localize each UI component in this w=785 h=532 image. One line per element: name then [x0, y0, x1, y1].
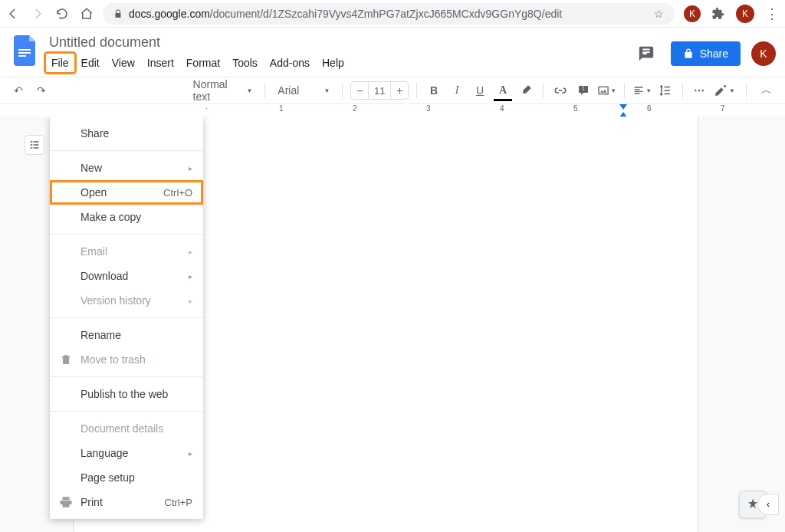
italic-button[interactable]: I	[448, 81, 466, 100]
menu-item-move-to-trash[interactable]: Move to trash	[50, 347, 203, 372]
comments-button[interactable]	[632, 40, 660, 67]
docs-header: Untitled document File Edit View Insert …	[0, 28, 785, 72]
toolbar: ↶ ↷ Normal text▼ Arial▼ − 11 + B I U A ▼…	[0, 77, 785, 104]
menu-addons[interactable]: Add-ons	[264, 54, 315, 72]
insert-link-button[interactable]	[551, 81, 570, 100]
menu-insert[interactable]: Insert	[142, 54, 179, 72]
horizontal-ruler[interactable]: · 1 2 3 4 5 6 7	[46, 104, 739, 117]
editing-mode-button[interactable]: ▼	[714, 81, 735, 100]
document-title[interactable]: Untitled document	[46, 32, 632, 52]
docs-logo[interactable]	[12, 37, 40, 64]
line-spacing-button[interactable]	[656, 81, 675, 100]
menu-item-version-history[interactable]: Version history▸	[50, 288, 203, 313]
menu-item-doc-details[interactable]: Document details	[50, 416, 203, 441]
svg-rect-1	[18, 52, 31, 54]
star-icon[interactable]: ☆	[654, 8, 664, 20]
menu-view[interactable]: View	[107, 54, 140, 72]
print-icon	[59, 495, 73, 509]
kebab-menu-icon[interactable]: ⋮	[765, 5, 779, 22]
menu-item-make-copy[interactable]: Make a copy	[50, 205, 203, 229]
show-outline-button[interactable]	[25, 135, 44, 155]
document-canvas: Share New▸ OpenCtrl+O Make a copy Email▸…	[0, 117, 785, 532]
file-menu-dropdown: Share New▸ OpenCtrl+O Make a copy Email▸…	[50, 117, 203, 519]
browser-nav	[6, 7, 94, 21]
font-size-control: − 11 +	[350, 81, 409, 100]
menu-item-share[interactable]: Share	[50, 121, 203, 146]
menu-item-download[interactable]: Download▸	[50, 264, 203, 288]
trash-icon	[59, 353, 73, 366]
menu-file[interactable]: File	[46, 54, 74, 72]
menu-item-open[interactable]: OpenCtrl+O	[50, 180, 203, 205]
menubar: File Edit View Insert Format Tools Add-o…	[46, 54, 632, 72]
bold-button[interactable]: B	[425, 81, 443, 100]
profile-avatar-docs[interactable]: K	[751, 41, 776, 66]
undo-button[interactable]: ↶	[9, 81, 28, 100]
font-family-dropdown[interactable]: Arial▼	[273, 84, 334, 97]
svg-rect-3	[599, 87, 608, 94]
back-icon[interactable]	[6, 7, 20, 21]
address-bar[interactable]: docs.google.com/document/d/1ZSzcahi79Vyv…	[103, 3, 675, 25]
insert-comment-button[interactable]	[574, 81, 593, 100]
url-text: docs.google.com/document/d/1ZSzcahi79Vyv…	[129, 8, 562, 20]
menu-item-new[interactable]: New▸	[50, 156, 203, 180]
highlight-button[interactable]	[517, 81, 535, 100]
redo-button[interactable]: ↷	[32, 81, 51, 100]
menu-edit[interactable]: Edit	[76, 54, 105, 72]
forward-icon[interactable]	[31, 7, 44, 21]
svg-rect-0	[18, 49, 31, 51]
more-tools-button[interactable]: ⋯	[691, 81, 709, 100]
underline-button[interactable]: U	[471, 81, 489, 100]
svg-rect-2	[18, 55, 26, 57]
menu-item-language[interactable]: Language▸	[50, 441, 203, 465]
share-label: Share	[700, 48, 728, 60]
menu-item-email[interactable]: Email▸	[50, 239, 203, 264]
lock-icon	[683, 48, 694, 59]
insert-image-button[interactable]: ▼	[597, 81, 616, 100]
browser-chrome-bar: docs.google.com/document/d/1ZSzcahi79Vyv…	[0, 0, 785, 28]
text-color-button[interactable]: A	[494, 81, 512, 100]
menu-item-print[interactable]: PrintCtrl+P	[50, 490, 203, 514]
align-button[interactable]: ▼	[632, 81, 652, 100]
share-button[interactable]: Share	[671, 41, 741, 66]
menu-help[interactable]: Help	[317, 54, 350, 72]
font-size-value[interactable]: 11	[368, 82, 391, 99]
home-icon[interactable]	[80, 7, 94, 21]
menu-format[interactable]: Format	[181, 54, 225, 72]
font-size-increase[interactable]: +	[391, 84, 408, 97]
menu-tools[interactable]: Tools	[227, 54, 263, 72]
menu-item-page-setup[interactable]: Page setup	[50, 465, 203, 490]
lock-icon	[113, 9, 123, 18]
menu-item-rename[interactable]: Rename	[50, 323, 203, 347]
font-size-decrease[interactable]: −	[351, 84, 368, 97]
menu-item-publish[interactable]: Publish to the web	[50, 382, 203, 406]
profile-badge-small[interactable]: K	[684, 5, 701, 22]
profile-avatar-browser[interactable]: K	[736, 5, 754, 23]
paragraph-style-dropdown[interactable]: Normal text▼	[189, 78, 258, 103]
extensions-icon[interactable]	[711, 7, 725, 21]
collapse-toolbar-button[interactable]: ︿	[757, 81, 776, 100]
hide-side-panel-button[interactable]: ‹	[757, 494, 779, 515]
browser-right-icons: K K ⋮	[684, 5, 779, 23]
reload-icon[interactable]	[55, 7, 69, 21]
